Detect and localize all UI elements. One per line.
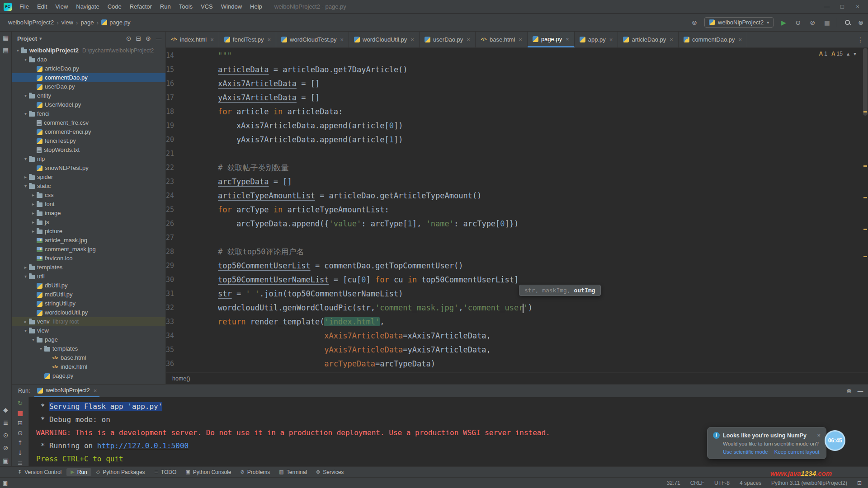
- code-line[interactable]: xAxis7ArticleData = []: [199, 77, 868, 91]
- tree-item[interactable]: commentDao.py: [12, 73, 165, 82]
- status-item[interactable]: 32:71: [667, 480, 680, 486]
- line-number[interactable]: 36: [166, 357, 174, 371]
- breadcrumb-item[interactable]: page.py: [99, 18, 132, 27]
- inspection-badge[interactable]: A15: [831, 51, 843, 57]
- chevron-collapsed-icon[interactable]: ▸: [22, 263, 29, 272]
- chevron-expanded-icon[interactable]: ▾: [22, 155, 29, 164]
- code-line[interactable]: # 获取top50评论用户名: [199, 245, 868, 259]
- problems-tool-icon[interactable]: ⊘: [3, 445, 9, 451]
- code-line[interactable]: [199, 231, 868, 245]
- line-number[interactable]: 35: [166, 343, 174, 357]
- tree-item[interactable]: ▾static: [12, 182, 165, 191]
- run-config-select[interactable]: weiboNlpProject2 ▾: [704, 17, 774, 28]
- tree-item[interactable]: ▸picture: [12, 227, 165, 236]
- tree-item[interactable]: ▸venvlibrary root: [12, 317, 165, 326]
- coverage-button[interactable]: ⊘: [807, 17, 818, 28]
- line-number[interactable]: 20: [166, 133, 174, 147]
- editor-tab-commentDao-py[interactable]: commentDao.py×: [679, 32, 747, 47]
- editor-scrollbar[interactable]: [863, 48, 868, 116]
- tool-window-button-run[interactable]: ▶Run: [66, 468, 91, 476]
- inspection-badge[interactable]: A1: [819, 51, 827, 57]
- tree-item[interactable]: ▸spider: [12, 173, 165, 182]
- bookmarks-tool-icon[interactable]: ▤: [3, 47, 9, 53]
- code-line[interactable]: for arcType in articleTypeAmountList:: [199, 203, 868, 217]
- tool-window-button-python-packages[interactable]: ◇Python Packages: [92, 468, 149, 476]
- status-item[interactable]: Python 3.11 (weiboNlpProject2): [771, 480, 847, 486]
- close-icon[interactable]: ×: [268, 36, 271, 43]
- code-line[interactable]: xAxis7ArticleData=xAxis7ArticleData,: [199, 329, 868, 343]
- run-tab[interactable]: weiboNlpProject2 ×: [34, 385, 99, 397]
- menu-code[interactable]: Code: [104, 0, 126, 13]
- settings-icon[interactable]: ⊛: [146, 35, 151, 42]
- kebab-menu-icon[interactable]: ⋮: [857, 37, 863, 43]
- tree-item[interactable]: UserModel.py: [12, 100, 165, 109]
- editor-tab-wordCloudTest-py[interactable]: wordCloudTest.py×: [276, 32, 349, 47]
- tree-item[interactable]: md5Util.py: [12, 290, 165, 299]
- commit-tool-icon[interactable]: ◆: [3, 407, 8, 413]
- tree-item[interactable]: ▸font: [12, 200, 165, 209]
- editor-tab-wordCloudUtil-py[interactable]: wordCloudUtil.py×: [349, 32, 420, 47]
- code-line[interactable]: [199, 147, 868, 161]
- tree-item[interactable]: comment_fre.csv: [12, 118, 165, 127]
- tree-item[interactable]: ▸image: [12, 209, 165, 218]
- line-number[interactable]: 28: [166, 245, 174, 259]
- rerun-icon[interactable]: ↻: [18, 400, 23, 406]
- console-link[interactable]: http://127.0.0.1:5000: [97, 441, 189, 450]
- code-line[interactable]: yAxis7ArticleData=yAxis7ArticleData,: [199, 343, 868, 357]
- menu-tools[interactable]: Tools: [175, 0, 197, 13]
- status-item[interactable]: CRLF: [690, 480, 704, 486]
- line-number[interactable]: 23: [166, 175, 174, 189]
- code-line[interactable]: # 获取帖子类别数量: [199, 161, 868, 175]
- close-icon[interactable]: ×: [210, 36, 214, 43]
- editor-tab-app-py[interactable]: app.py×: [575, 32, 618, 47]
- prev-issue-icon[interactable]: ▴: [847, 51, 849, 57]
- chevron-collapsed-icon[interactable]: ▸: [30, 200, 37, 209]
- code-line[interactable]: articleData = articleDao.get7DayArticle(…: [199, 63, 868, 77]
- code-editor[interactable]: 1415161718192021222324252627282930313233…: [166, 48, 868, 372]
- close-icon[interactable]: ×: [566, 36, 569, 42]
- tree-item[interactable]: ▸templates: [12, 263, 165, 272]
- chevron-expanded-icon[interactable]: ▾: [22, 182, 29, 191]
- menu-window[interactable]: Window: [217, 0, 246, 13]
- line-number[interactable]: 14: [166, 49, 174, 63]
- chevron-expanded-icon[interactable]: ▾: [14, 46, 21, 55]
- tree-item[interactable]: ▸css: [12, 191, 165, 200]
- code-line[interactable]: arcTypeData=arcTypeData): [199, 357, 868, 371]
- up-stack-icon[interactable]: ↑: [18, 440, 23, 446]
- tree-item[interactable]: stopWords.txt: [12, 145, 165, 155]
- code-line[interactable]: articleTypeAmountList = articleDao.getAr…: [199, 189, 868, 203]
- tree-item[interactable]: comment_mask.jpg: [12, 245, 165, 254]
- tool-window-button-version-control[interactable]: ↕Version Control: [14, 468, 66, 476]
- menu-navigate[interactable]: Navigate: [72, 0, 103, 13]
- code-line[interactable]: """: [199, 49, 868, 63]
- run-button[interactable]: ▶: [778, 17, 789, 28]
- line-number-gutter[interactable]: 1415161718192021222324252627282930313233…: [166, 48, 199, 372]
- editor-tab-fenciTest-py[interactable]: fenciTest.py×: [219, 32, 276, 47]
- menu-refactor[interactable]: Refactor: [126, 0, 156, 13]
- line-number[interactable]: 34: [166, 329, 174, 343]
- close-icon[interactable]: ×: [670, 36, 673, 43]
- chevron-collapsed-icon[interactable]: ▸: [30, 218, 37, 227]
- settings-icon[interactable]: ⊛: [858, 19, 863, 26]
- tree-item[interactable]: ▾templates: [12, 344, 165, 353]
- close-icon[interactable]: ×: [519, 36, 522, 43]
- structure-tool-icon[interactable]: ≣: [3, 419, 9, 426]
- code-line[interactable]: arcTypeData = []: [199, 175, 868, 189]
- breadcrumb-item[interactable]: weiboNlpProject2: [6, 18, 56, 27]
- chevron-expanded-icon[interactable]: ▾: [22, 91, 29, 100]
- stop-icon[interactable]: ■: [17, 410, 23, 416]
- breadcrumb-item[interactable]: view: [60, 18, 75, 27]
- close-icon[interactable]: ×: [94, 387, 97, 394]
- chevron-expanded-icon[interactable]: ▾: [38, 344, 44, 353]
- chevron-expanded-icon[interactable]: ▾: [22, 109, 29, 118]
- tool-window-button-todo[interactable]: ≡TODO: [150, 468, 181, 476]
- menu-help[interactable]: Help: [246, 0, 266, 13]
- close-icon[interactable]: ×: [609, 36, 613, 43]
- locate-file-icon[interactable]: ⊙: [126, 35, 132, 42]
- line-number[interactable]: 25: [166, 203, 174, 217]
- settings-icon[interactable]: ⊛: [846, 388, 852, 394]
- line-number[interactable]: 32: [166, 301, 174, 315]
- tree-item[interactable]: snowNLPTest.py: [12, 164, 165, 173]
- search-everywhere-icon[interactable]: [842, 17, 853, 28]
- code-line[interactable]: wordcloudUtil.genWordCloudPic(str,'comme…: [199, 301, 868, 315]
